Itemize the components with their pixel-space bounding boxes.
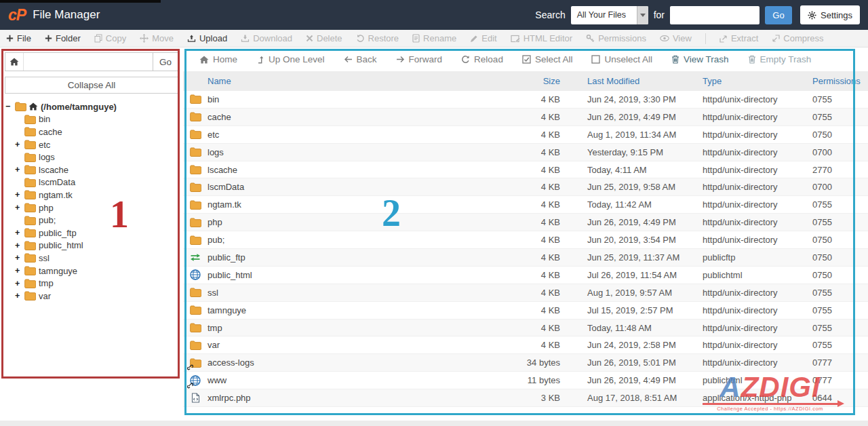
column-header-type[interactable]: Type	[703, 76, 811, 86]
file-name[interactable]: public_html	[208, 270, 499, 280]
tree-item-home-tamnguye[interactable]: −(/home/tamnguye)	[0, 100, 183, 113]
file-row-cache[interactable]: cache4 KBJun 26, 2019, 4:49 PMhttpd/unix…	[183, 109, 868, 126]
column-header-name[interactable]: Name	[208, 76, 499, 86]
file-row-lscmdata[interactable]: lscmData4 KBJun 25, 2019, 9:58 AMhttpd/u…	[183, 178, 868, 196]
nav-back-button[interactable]: Back	[344, 54, 377, 64]
file-row-etc[interactable]: etc4 KBAug 1, 2019, 11:34 AMhttpd/unix-d…	[183, 126, 868, 144]
file-name[interactable]: var	[208, 340, 499, 350]
folder-icon	[24, 115, 36, 124]
plus-toggle-icon[interactable]: +	[15, 241, 24, 250]
file-name[interactable]: php	[208, 217, 499, 227]
file-name[interactable]: ngtam.tk	[208, 199, 499, 210]
search-go-button[interactable]: Go	[765, 6, 792, 24]
tree-item-var[interactable]: +var	[0, 290, 183, 303]
file-name[interactable]: bin	[208, 94, 499, 104]
plus-toggle-icon[interactable]: +	[15, 165, 24, 174]
file-name[interactable]: logs	[208, 147, 499, 157]
file-row-access-logs[interactable]: access-logs34 bytesJun 26, 2019, 5:01 PM…	[183, 354, 868, 372]
tree-item-ngtam.tk[interactable]: +ngtam.tk	[0, 189, 183, 201]
settings-button[interactable]: Settings	[800, 5, 860, 24]
collapse-all-button[interactable]: Collapse All	[5, 77, 178, 94]
plus-toggle-icon[interactable]: +	[15, 203, 24, 212]
file-row-var[interactable]: var4 KBJun 24, 2019, 2:58 PMhttpd/unix-d…	[183, 336, 868, 354]
tree-item-public-html[interactable]: +public_html	[0, 239, 183, 252]
tree-item-cache[interactable]: cache	[0, 125, 183, 138]
file-name[interactable]: tamnguye	[208, 305, 499, 315]
file-name[interactable]: xmlrpc.php	[208, 393, 499, 403]
file-name[interactable]: tmp	[208, 323, 499, 333]
nav-up-one-level-button[interactable]: Up One Level	[256, 54, 325, 64]
tree-item-ssl[interactable]: +ssl	[0, 252, 183, 265]
tree-item-bin[interactable]: bin	[0, 113, 183, 126]
file-icon-cell	[183, 253, 208, 262]
plus-toggle-icon[interactable]: +	[15, 279, 24, 288]
tree-item-tmp[interactable]: +tmp	[0, 277, 183, 290]
plus-toggle-icon[interactable]: +	[15, 253, 24, 263]
up-level-icon	[256, 56, 264, 64]
toolbar-file-button[interactable]: File	[6, 33, 31, 43]
search-input[interactable]	[670, 6, 760, 24]
tree-item-lscmdata[interactable]: lscmData	[0, 176, 183, 189]
tree-item-tamnguye[interactable]: +tamnguye	[0, 265, 183, 277]
file-name[interactable]: ssl	[208, 288, 499, 298]
file-name[interactable]: cache	[208, 112, 499, 122]
settings-label: Settings	[821, 10, 852, 20]
tree-item-label: pub;	[39, 215, 56, 225]
tree-item-logs[interactable]: logs	[0, 151, 183, 163]
column-header-size[interactable]: Size	[499, 76, 560, 86]
plus-toggle-icon[interactable]: +	[15, 190, 24, 199]
column-header-modified[interactable]: Last Modified	[560, 76, 703, 86]
file-row-public-html[interactable]: public_html4 KBJul 26, 2019, 11:54 AMpub…	[183, 267, 868, 284]
file-name[interactable]: etc	[208, 130, 499, 140]
nav-unselect-all-button[interactable]: Unselect All	[591, 54, 652, 64]
column-header-permissions[interactable]: Permissions	[811, 76, 868, 86]
file-row-xmlrpc.php[interactable]: xmlrpc.php3 KBAug 17, 2018, 8:51 AMappli…	[183, 389, 868, 407]
file-permissions: 0750	[811, 130, 868, 140]
nav-select-all-button[interactable]: Select All	[522, 54, 573, 64]
file-row-public-ftp[interactable]: public_ftp4 KBJun 25, 2019, 11:37 AMpubl…	[183, 249, 868, 267]
plus-toggle-icon[interactable]: +	[15, 228, 24, 237]
nav-forward-button[interactable]: Forward	[396, 54, 443, 64]
plus-toggle-icon[interactable]: +	[15, 266, 24, 275]
tree-item-lscache[interactable]: +lscache	[0, 163, 183, 176]
tree-item-public-ftp[interactable]: +public_ftp	[0, 227, 183, 239]
file-row-bin[interactable]: bin4 KBJun 24, 2019, 3:30 PMhttpd/unix-d…	[183, 91, 868, 109]
file-row-tmp[interactable]: tmp4 KBToday, 11:48 AMhttpd/unix-directo…	[183, 320, 868, 337]
file-name[interactable]: access-logs	[208, 357, 499, 368]
plus-toggle-icon[interactable]: +	[15, 140, 24, 149]
file-row-php[interactable]: php4 KBJun 26, 2019, 4:49 PMhttpd/unix-d…	[183, 214, 868, 231]
search-scope-select[interactable]: All Your Files	[571, 6, 648, 24]
file-list-panel: HomeUp One LevelBackForwardReloadSelect …	[183, 47, 868, 419]
plus-toggle-icon[interactable]: +	[15, 291, 24, 301]
file-name[interactable]: www	[208, 375, 499, 385]
tree-item-etc[interactable]: +etc	[0, 138, 183, 151]
file-name[interactable]: pub;	[208, 235, 499, 245]
file-row-lscache[interactable]: lscache4 KBToday, 4:11 AMhttpd/unix-dire…	[183, 161, 868, 179]
file-name[interactable]: lscmData	[208, 182, 499, 192]
tree-item-pub[interactable]: pub;	[0, 214, 183, 227]
file-type: httpd/unix-directory	[703, 235, 811, 245]
file-row-www[interactable]: www11 bytesJun 26, 2019, 4:49 PMpublicht…	[183, 372, 868, 389]
file-row-ssl[interactable]: ssl4 KBAug 1, 2019, 9:57 AMhttpd/unix-di…	[183, 284, 868, 302]
plus-icon	[45, 35, 52, 42]
toolbar-folder-button[interactable]: Folder	[45, 33, 81, 43]
tree-item-label: tmp	[39, 278, 54, 288]
folder-icon	[24, 140, 36, 149]
nav-empty-trash-button[interactable]: Empty Trash	[748, 54, 812, 64]
nav-reload-button[interactable]: Reload	[461, 54, 503, 64]
folder-icon	[190, 165, 201, 174]
tree-item-php[interactable]: +php	[0, 201, 183, 214]
file-name[interactable]: public_ftp	[208, 252, 499, 263]
file-name[interactable]: lscache	[208, 165, 499, 175]
path-input[interactable]	[24, 53, 153, 71]
file-row-logs[interactable]: logs4 KBYesterday, 9:15 PMhttpd/unix-dir…	[183, 144, 868, 161]
toolbar-upload-button[interactable]: Upload	[187, 33, 227, 43]
file-row-ngtam.tk[interactable]: ngtam.tk4 KBToday, 11:42 AMhttpd/unix-di…	[183, 196, 868, 214]
path-go-button[interactable]: Go	[153, 53, 178, 71]
minus-toggle-icon[interactable]: −	[5, 102, 15, 111]
nav-home-button[interactable]: Home	[199, 54, 237, 64]
file-row-tamnguye[interactable]: tamnguye4 KBJul 15, 2019, 2:57 PMhttpd/u…	[183, 302, 868, 320]
home-icon[interactable]	[5, 53, 24, 71]
file-row-pub[interactable]: pub;4 KBJun 20, 2019, 3:54 PMhttpd/unix-…	[183, 231, 868, 249]
nav-view-trash-button[interactable]: View Trash	[671, 54, 729, 64]
